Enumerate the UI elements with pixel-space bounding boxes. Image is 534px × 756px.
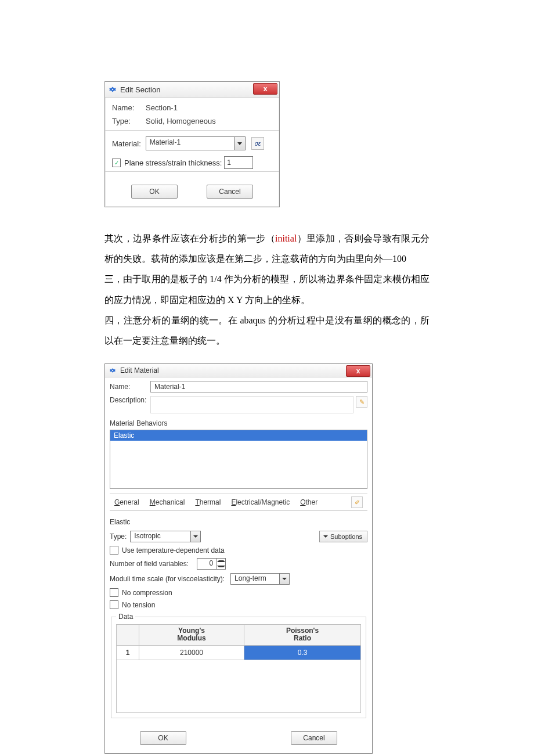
dropdown-arrow[interactable]	[234, 137, 245, 150]
menu-mechanical[interactable]: Mechanical	[150, 498, 185, 506]
separator	[105, 130, 279, 131]
dialog-body: Name: Section-1 Type: Solid, Homogeneous…	[105, 98, 279, 172]
para-2: 三，由于取用的是板子的 1/4 作为分析的模型，所以将边界条件固定来模仿相应的应…	[104, 274, 430, 304]
edit-section-dialog: Edit Section x Name: Section-1 Type: Sol…	[104, 81, 280, 207]
temp-dependent-label: Use temperature-dependent data	[122, 546, 225, 555]
poissons-ratio-cell[interactable]: 0.3	[244, 645, 361, 660]
menu-electrical[interactable]: Electrical/Magnetic	[231, 498, 290, 506]
dropdown-arrow[interactable]	[190, 531, 200, 542]
chevron-up-icon	[217, 560, 225, 562]
spinner-up[interactable]	[217, 559, 225, 564]
moduli-row: Moduli time scale (for viscoelasticity):…	[110, 573, 367, 585]
no-compression-label: No compression	[122, 589, 172, 597]
elastic-heading: Elastic	[110, 518, 367, 526]
no-tension-label: No tension	[122, 601, 155, 609]
elastic-type-combobox[interactable]: Isotropic	[130, 531, 201, 542]
no-compression-checkbox[interactable]	[110, 588, 118, 597]
dialog-footer: OK Cancel	[105, 722, 372, 753]
description-label: Description:	[110, 396, 150, 404]
close-button[interactable]: x	[346, 365, 370, 377]
moduli-label: Moduli time scale (for viscoelasticity):	[110, 575, 225, 583]
col-poissons-ratio: Poisson'sRatio	[244, 625, 361, 645]
type-label: Type:	[112, 117, 146, 125]
para-1-initial: initial	[275, 233, 297, 243]
row-header	[117, 625, 139, 645]
field-variables-value: 0	[197, 559, 217, 569]
spinner-buttons[interactable]	[217, 559, 225, 569]
menu-other[interactable]: Other	[300, 498, 317, 506]
titlebar[interactable]: Edit Material x	[105, 364, 372, 377]
name-value: Section-1	[146, 103, 178, 112]
para-1a: 其次，边界条件应该在分析步的第一步（	[104, 233, 275, 243]
temp-dependent-checkbox[interactable]	[110, 546, 118, 555]
name-input[interactable]: Material-1	[150, 381, 367, 393]
material-combobox-text: Material-1	[146, 137, 234, 150]
window-title: Edit Material	[120, 366, 159, 375]
close-icon: x	[356, 367, 360, 375]
material-combobox[interactable]: Material-1	[146, 136, 246, 150]
data-table[interactable]: Young'sModulus Poisson'sRatio 1 210000 0…	[116, 624, 361, 660]
chevron-down-icon	[323, 535, 328, 538]
description-input[interactable]	[150, 396, 353, 413]
elastic-type-value: Isotropic	[131, 531, 190, 542]
no-tension-row: No tension	[110, 600, 367, 609]
suboptions-button[interactable]: Suboptions	[319, 531, 367, 542]
chevron-down-icon	[237, 142, 242, 145]
app-icon	[109, 366, 117, 375]
para-3: 四，注意分析的量纲的统一。在 abaqus 的分析过程中是没有量纲的概念的，所以…	[104, 315, 430, 345]
dropdown-arrow[interactable]	[279, 574, 289, 584]
ok-button[interactable]: OK	[140, 731, 186, 745]
temp-dependent-row: Use temperature-dependent data	[110, 546, 367, 555]
titlebar[interactable]: Edit Section x	[105, 82, 279, 98]
plane-thickness-input[interactable]: 1	[224, 156, 253, 169]
material-label: Material:	[112, 139, 141, 148]
no-tension-checkbox[interactable]	[110, 600, 118, 609]
chevron-down-icon	[217, 566, 225, 567]
description-row: Description:	[110, 396, 367, 413]
plane-thickness-checkbox[interactable]: ✓	[112, 159, 121, 167]
field-variables-row: Number of field variables: 0	[110, 558, 367, 570]
type-value: Solid, Homogeneous	[146, 117, 216, 125]
close-icon: x	[264, 85, 268, 93]
cancel-button[interactable]: Cancel	[207, 185, 253, 199]
table-row[interactable]: 1 210000 0.3	[117, 645, 361, 660]
material-behaviors-list[interactable]: Elastic	[110, 430, 367, 489]
name-label: Name:	[110, 383, 150, 391]
behavior-item-elastic[interactable]: Elastic	[110, 430, 367, 441]
name-label: Name:	[112, 103, 146, 112]
plane-thickness-label: Plane stress/strain thickness:	[124, 159, 222, 167]
menu-thermal[interactable]: Thermal	[195, 498, 221, 506]
edit-description-button[interactable]	[356, 396, 367, 408]
delete-behavior-button[interactable]	[351, 496, 363, 508]
app-icon	[109, 85, 117, 93]
name-row: Name: Material-1	[110, 381, 367, 393]
ok-button[interactable]: OK	[131, 185, 178, 199]
table-empty-area[interactable]	[116, 660, 361, 713]
close-button[interactable]: x	[253, 83, 277, 95]
name-row: Name: Section-1	[112, 103, 272, 112]
body-text: 其次，边界条件应该在分析步的第一步（initial）里添加，否则会导致有限元分析…	[104, 228, 430, 351]
separator	[105, 171, 279, 172]
chevron-down-icon	[282, 578, 287, 580]
create-material-button[interactable]	[251, 137, 264, 150]
elastic-type-label: Type:	[110, 532, 127, 541]
col-youngs-modulus: Young'sModulus	[139, 625, 244, 645]
moduli-value: Long-term	[231, 574, 279, 584]
field-variables-spinner[interactable]: 0	[197, 558, 226, 570]
material-behaviors-label: Material Behaviors	[110, 419, 367, 427]
moduli-combobox[interactable]: Long-term	[230, 573, 290, 585]
youngs-modulus-cell[interactable]: 210000	[139, 645, 244, 660]
behavior-menu-bar: General Mechanical Thermal Electrical/Ma…	[110, 494, 367, 511]
material-row: Material: Material-1	[112, 136, 272, 150]
no-compression-row: No compression	[110, 588, 367, 597]
field-variables-label: Number of field variables:	[110, 560, 189, 568]
cancel-button[interactable]: Cancel	[291, 731, 337, 745]
dialog-footer: OK Cancel	[105, 178, 279, 207]
spinner-down[interactable]	[217, 564, 225, 569]
elastic-type-row: Type: Isotropic Suboptions	[110, 531, 367, 542]
type-row: Type: Solid, Homogeneous	[112, 117, 272, 125]
data-legend: Data	[116, 613, 135, 621]
row-number: 1	[117, 645, 139, 660]
menu-general[interactable]: General	[114, 498, 139, 506]
plane-thickness-row: ✓ Plane stress/strain thickness: 1	[112, 156, 272, 169]
